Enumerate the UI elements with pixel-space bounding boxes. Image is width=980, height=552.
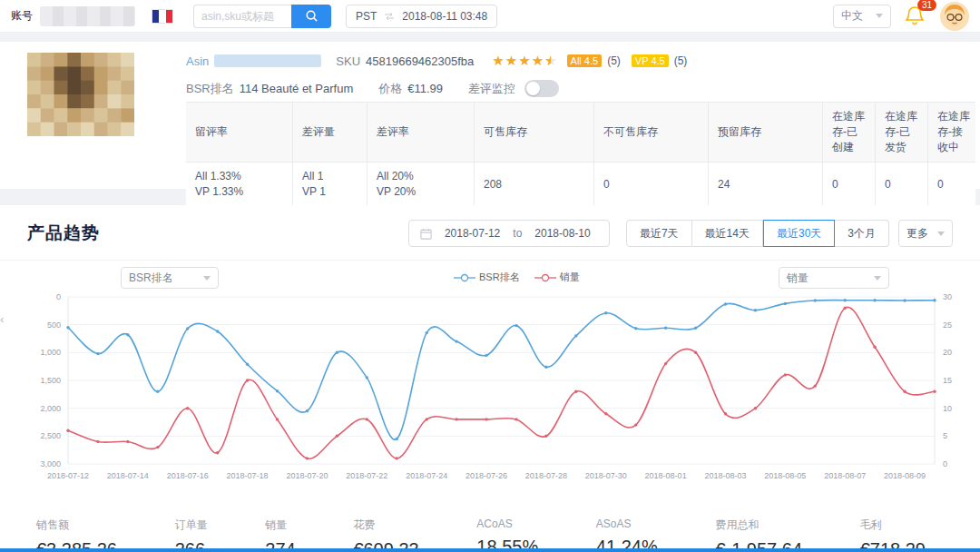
timezone-datetime[interactable]: PST 2018-08-11 03:48: [346, 5, 497, 28]
stat-label: 花费: [353, 518, 418, 533]
table-cell: 0: [823, 163, 876, 206]
language-select[interactable]: 中文: [833, 5, 891, 28]
svg-text:5: 5: [943, 431, 947, 440]
review-monitor-toggle[interactable]: [524, 80, 559, 97]
table-cell: 0: [594, 163, 709, 206]
table-header-cell: 不可售库存: [594, 103, 709, 162]
star-half-icon: ★: [544, 53, 557, 68]
rating-badge-all: All 4.5: [567, 54, 603, 67]
table-header-cell: 预留库存: [709, 103, 823, 162]
table-cell: 0: [876, 163, 928, 206]
flag-france-icon: [152, 9, 173, 24]
legend-marker-icon: [534, 273, 556, 282]
product-image-redacted: [27, 53, 134, 136]
search-input[interactable]: [193, 5, 291, 28]
rating-badge-vp: VP 4.5: [632, 54, 669, 67]
chart-legend: BSR排名 销量: [454, 271, 580, 284]
trend-chart: 030500251,000201,500152,000102,50053,000…: [0, 291, 980, 489]
range-button-group: 最近7天最近14天最近30天3个月: [626, 220, 889, 247]
svg-text:2018-08-01: 2018-08-01: [645, 471, 687, 480]
svg-text:2018-08-09: 2018-08-09: [884, 471, 926, 480]
section-title: 产品趋势: [27, 222, 100, 245]
language-label: 中文: [841, 8, 863, 24]
svg-text:15: 15: [943, 376, 952, 385]
user-avatar[interactable]: [940, 2, 969, 31]
chevron-down-icon: [937, 232, 945, 236]
svg-text:20: 20: [943, 348, 952, 357]
sidebar-collapse-handle[interactable]: ‹: [0, 307, 11, 330]
date-to[interactable]: 2018-08-10: [534, 227, 590, 240]
legend-item[interactable]: BSR排名: [454, 271, 520, 284]
sku-value: 45819669462305fba: [366, 54, 474, 68]
asin-label: Asin: [186, 54, 209, 68]
chevron-down-icon: [876, 14, 883, 18]
svg-text:500: 500: [47, 320, 61, 330]
svg-text:25: 25: [943, 320, 952, 330]
table-header-cell: 可售库存: [475, 103, 594, 162]
svg-text:1,500: 1,500: [40, 376, 61, 385]
svg-text:30: 30: [943, 292, 952, 301]
product-summary-card: Asin SKU 45819669462305fba ★★★★★ All 4.5…: [0, 42, 980, 189]
bsr-value: 114 Beauté et Parfum: [240, 82, 354, 95]
stat-item: 花费 €609.33: [353, 518, 418, 552]
svg-text:10: 10: [943, 404, 952, 413]
stat-item: 费用总和 €-1,957.64: [715, 518, 802, 552]
table-cell: 208: [475, 163, 594, 206]
svg-text:2,500: 2,500: [40, 431, 61, 440]
range-button[interactable]: 最近7天: [626, 220, 692, 247]
product-trend-card: 产品趋势 2018-07-12 to 2018-08-10 最近7天最近14天最…: [0, 205, 980, 548]
rating-count-vp: (5): [674, 54, 688, 67]
price-label: 价格: [378, 81, 402, 97]
date-from[interactable]: 2018-07-12: [445, 227, 500, 240]
more-select[interactable]: 更多: [898, 220, 953, 247]
more-label: 更多: [906, 226, 928, 242]
table-cell: All 1.33%VP 1.33%: [186, 163, 293, 206]
range-button[interactable]: 最近30天: [763, 220, 835, 247]
stat-label: 销售额: [36, 518, 117, 533]
legend-item[interactable]: 销量: [534, 271, 580, 284]
date-range-picker[interactable]: 2018-07-12 to 2018-08-10: [408, 220, 610, 247]
range-button[interactable]: 3个月: [835, 220, 889, 247]
stat-label: 费用总和: [715, 518, 802, 533]
stat-item: 销量 274: [265, 518, 295, 552]
price-value: €11.99: [407, 82, 443, 95]
table-header-cell: 在途库存-已发货: [876, 103, 928, 162]
metric-select-left[interactable]: BSR排名: [121, 267, 219, 289]
svg-text:2,000: 2,000: [40, 404, 61, 413]
star-icon: ★: [492, 53, 505, 68]
range-button[interactable]: 最近14天: [692, 220, 763, 247]
rating-count-all: (5): [607, 54, 621, 67]
notification-badge: 31: [917, 0, 936, 11]
svg-text:2018-07-16: 2018-07-16: [167, 471, 209, 480]
timezone-label: PST: [356, 10, 377, 23]
stat-item: ASoAS 41.24%: [596, 518, 658, 552]
svg-text:2018-07-24: 2018-07-24: [406, 471, 447, 480]
table-header-row: 留评率差评量差评率可售库存不可售库存预留库存在途库存-已创建在途库存-已发货在途…: [186, 102, 975, 162]
svg-text:2018-07-30: 2018-07-30: [585, 471, 627, 480]
svg-text:2018-07-20: 2018-07-20: [286, 471, 328, 480]
asin-value-redacted: [214, 54, 321, 67]
stat-label: ASoAS: [596, 518, 658, 530]
stat-label: 毛利: [860, 518, 926, 533]
metric-select-right[interactable]: 销量: [779, 267, 889, 289]
stat-label: 订单量: [175, 518, 208, 533]
star-icon: ★: [518, 53, 531, 68]
svg-text:0: 0: [56, 292, 61, 301]
chevron-down-icon: [874, 276, 881, 281]
svg-text:3,000: 3,000: [40, 459, 61, 468]
metrics-table: 留评率差评量差评率可售库存不可售库存预留库存在途库存-已创建在途库存-已发货在途…: [186, 102, 975, 207]
table-header-cell: 差评率: [368, 103, 475, 162]
notifications-button[interactable]: 31: [904, 5, 927, 28]
bsr-label: BSR排名: [186, 81, 234, 97]
account-select-redacted[interactable]: [40, 6, 135, 26]
datetime-text: 2018-08-11 03:48: [402, 10, 487, 23]
chart-canvas: 030500251,000201,500152,000102,50053,000…: [0, 291, 980, 489]
date-range-to-word: to: [513, 227, 522, 240]
svg-text:0: 0: [943, 459, 947, 468]
table-header-cell: 留评率: [186, 103, 293, 162]
table-header-cell: 在途库存-接收中: [928, 103, 980, 162]
svg-text:2018-07-18: 2018-07-18: [227, 471, 269, 480]
table-cell: All 1VP 1: [293, 163, 368, 206]
search-button[interactable]: [291, 5, 331, 28]
stats-row: 销售额 €3,285.26订单量 266销量 274花费 €609.33ACoA…: [0, 505, 980, 552]
